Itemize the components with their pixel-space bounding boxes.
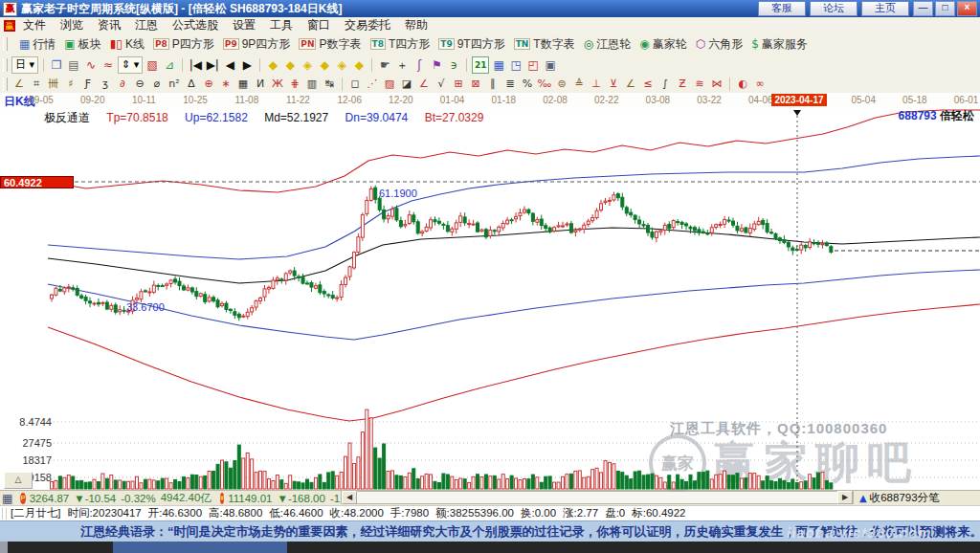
menu-item-工具[interactable]: 工具	[270, 17, 293, 33]
pan-hand-icon[interactable]: ☛	[377, 57, 392, 73]
grid-plus-tool-icon[interactable]: ⊞	[451, 77, 466, 91]
corner-tool-icon[interactable]: ◪	[399, 77, 414, 91]
tally-tool-icon[interactable]: 卌	[46, 77, 61, 91]
menu-item-文件[interactable]: 文件	[23, 17, 46, 33]
calendar-icon[interactable]: 21	[472, 56, 489, 74]
taiji-icon[interactable]: ◐	[735, 77, 750, 91]
window-grid-tool-icon[interactable]: ▥	[304, 77, 320, 91]
kline-button[interactable]: ▮▯K线	[110, 36, 145, 53]
menu-item-资讯[interactable]: 资讯	[98, 17, 121, 33]
z-tool-icon[interactable]: Ƶ	[675, 77, 690, 91]
star-tool-icon[interactable]: ∗	[218, 77, 234, 91]
winner-service-button[interactable]: $赢家服务	[751, 36, 808, 53]
gold-tool-icon[interactable]: ⊜	[554, 77, 569, 91]
close-button[interactable]: ×	[957, 1, 977, 16]
sprout2-tool-icon[interactable]: ⋕	[287, 77, 302, 91]
grid-x-tool-icon[interactable]: ⊠	[468, 77, 483, 91]
rays-tool-icon[interactable]: ⋰	[365, 77, 380, 91]
menu-item-设置[interactable]: 设置	[233, 17, 256, 33]
p9-square-button[interactable]: P99P四方形	[223, 36, 291, 53]
circle-minus-tool-icon[interactable]: ⊖	[132, 77, 147, 91]
square-grid-tool-icon[interactable]: ▦	[235, 77, 251, 91]
homepage-button[interactable]: 主页	[861, 1, 909, 16]
parallel-tool-icon[interactable]: ∥	[485, 77, 501, 91]
hexagon-button[interactable]: ⬡六角形	[696, 36, 743, 53]
quotes-button[interactable]: ▦行情	[19, 36, 56, 53]
permille-tool-icon[interactable]: ‰	[537, 77, 552, 91]
bowtie-tool-icon[interactable]: ⋈	[709, 77, 724, 91]
hatch-tool-icon[interactable]: ⌀	[149, 77, 165, 91]
gann-diamond-h-icon[interactable]: ◈	[300, 57, 315, 73]
first-bar-icon[interactable]: |◀	[188, 57, 203, 73]
maximize-button[interactable]: □	[935, 1, 955, 16]
zigzag-line-icon[interactable]: ∿	[83, 57, 99, 73]
scrollbar-track[interactable]	[357, 492, 837, 503]
fan-tool-icon[interactable]: ≤	[640, 77, 656, 91]
scroll-right-button[interactable]: ▶	[837, 491, 853, 504]
sprout-tool-icon[interactable]: Ж	[270, 77, 285, 91]
gold2-tool-icon[interactable]: ≜	[571, 77, 587, 91]
window-layout-icon[interactable]: ❐	[49, 57, 64, 73]
menu-item-窗口[interactable]: 窗口	[307, 17, 330, 33]
curve-tool-icon[interactable]: ʃ	[412, 57, 427, 73]
forum-button[interactable]: 论坛	[810, 1, 858, 16]
menu-item-江恩[interactable]: 江恩	[135, 17, 158, 33]
grid-tool-icon[interactable]: ⌗	[29, 77, 44, 91]
t-number-table-button[interactable]: TNT数字表	[514, 36, 575, 53]
percent-tool-icon[interactable]: %	[520, 77, 535, 91]
horizontal-scrollbar[interactable]: ◀ ▶	[341, 491, 854, 504]
box-tool-icon[interactable]: ◻	[347, 77, 363, 91]
spiral-tool-icon[interactable]: ϶	[446, 57, 461, 73]
trade-cart-icon[interactable]: ▣	[543, 57, 558, 73]
gann-diamond-v-icon[interactable]: ◈	[334, 57, 349, 73]
n2-tool-icon[interactable]: n²	[167, 77, 182, 91]
width-tool-icon[interactable]: ↹	[322, 77, 337, 91]
menu-item-浏览[interactable]: 浏览	[60, 17, 83, 33]
ten-tool-icon[interactable]: ⊥	[589, 77, 604, 91]
spiral2-tool-icon[interactable]: ʒ	[98, 77, 113, 91]
shanghai-index-icon[interactable]: P	[20, 493, 25, 504]
pen-tool-icon[interactable]: ∠	[11, 77, 27, 91]
gann-wheel-button[interactable]: ◎江恩轮	[584, 36, 631, 53]
wave-tool-icon[interactable]: ∫	[657, 77, 673, 91]
angle2-tool-icon[interactable]: ∠	[416, 77, 432, 91]
gann-diamond-plus-icon[interactable]: ◆	[317, 57, 332, 73]
bars-tool-icon[interactable]: ♯	[63, 77, 78, 91]
ripple-tool-icon[interactable]: ≋	[692, 77, 707, 91]
f-tool-icon[interactable]: Ƒ	[80, 77, 96, 91]
fish-tool-icon[interactable]: ∂	[115, 77, 130, 91]
shenzhen-index-icon[interactable]: ¥	[220, 493, 224, 504]
k-wave-tool-icon[interactable]: И	[253, 77, 268, 91]
sectors-button[interactable]: ▣板块	[64, 36, 100, 53]
save-disk-icon[interactable]: ◰	[525, 57, 541, 73]
gann-diamond-right-icon[interactable]: ◆	[282, 57, 298, 73]
list-panel-icon[interactable]: ▤	[66, 57, 81, 73]
circle-plus-tool-icon[interactable]: ⊕	[201, 77, 216, 91]
customer-service-button[interactable]: 客服	[758, 1, 806, 16]
angle-tool-icon[interactable]: ∆	[184, 77, 199, 91]
kline-chart-area[interactable]: 江恩工具软件，QQ:100800360 赢家 赢家聊吧 极反通道 Tp=70.8…	[0, 108, 980, 490]
tick-chart-link[interactable]: ▲ 收688793分笔	[859, 491, 940, 505]
t-square-button[interactable]: T8T四方形	[370, 36, 431, 53]
check-tool-icon[interactable]: √	[434, 77, 449, 91]
levels-tool-icon[interactable]: ≣	[502, 77, 518, 91]
band-tool-icon[interactable]: ⚑	[429, 57, 444, 73]
gann-diamond-left-icon[interactable]: ◆	[265, 57, 280, 73]
save-layout-icon[interactable]: ◳	[508, 57, 523, 73]
calculator-icon[interactable]: ▦	[491, 57, 506, 73]
menu-item-交易委托[interactable]: 交易委托	[345, 17, 390, 33]
gann-diamond-x-icon[interactable]: ◆	[351, 57, 367, 73]
t9-square-button[interactable]: T99T四方形	[438, 36, 504, 53]
crosshair-icon[interactable]: ＋	[394, 57, 410, 73]
minimize-button[interactable]: —	[913, 1, 933, 16]
shade-tool-icon[interactable]: ▨	[382, 77, 397, 91]
menu-item-公式选股[interactable]: 公式选股	[172, 17, 218, 33]
scale-selector[interactable]: ⇕ ▾	[118, 56, 143, 74]
last-bar-icon[interactable]: ▶|	[205, 57, 220, 73]
red-grid-icon[interactable]: ▧	[145, 57, 160, 73]
fork-tool-icon[interactable]: ⊻	[606, 77, 621, 91]
panel-expand-button[interactable]: △	[4, 472, 33, 489]
prev-bar-icon[interactable]: ◀	[222, 57, 237, 73]
period-day-selector[interactable]: 日 ▾	[11, 56, 38, 74]
infinity-icon[interactable]: ∞	[752, 77, 768, 91]
